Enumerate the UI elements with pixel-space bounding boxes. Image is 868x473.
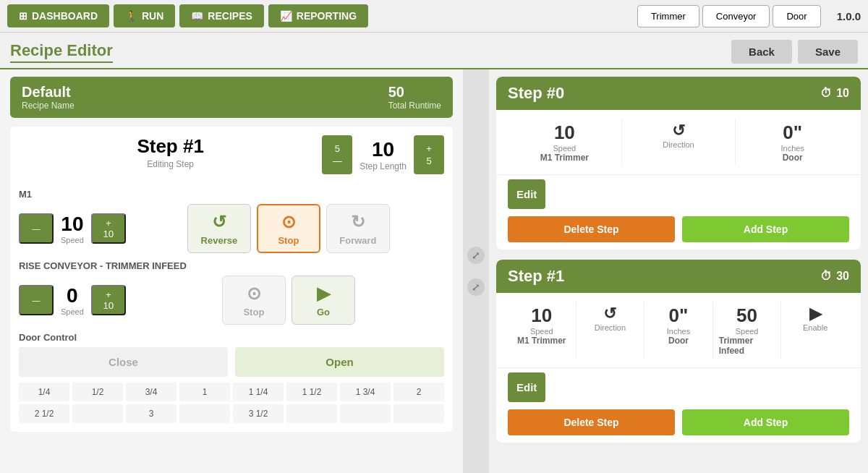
inch-grid: 1/41/23/411 1/41 1/21 3/422 1/233 1/2 [19, 383, 444, 423]
divider-handle-top[interactable]: ⤢ [467, 247, 485, 264]
dashboard-icon: ⊞ [19, 10, 27, 22]
reporting-icon: 📈 [280, 10, 292, 22]
step-0-action-buttons: Delete Step Add Step [496, 209, 861, 250]
step-0-edit-button[interactable]: Edit [508, 179, 545, 209]
conveyor-controls-row: — 0 Speed + 10 ⊙ [19, 276, 444, 325]
recipes-icon: 📖 [191, 10, 203, 22]
step-0-data-row: 10 Speed M1 Trimmer ↺ Direction 0" Inche… [496, 110, 861, 175]
conv-stop-button[interactable]: ⊙ Stop [222, 276, 286, 325]
back-button[interactable]: Back [731, 40, 792, 64]
reporting-button[interactable]: 📈 REPORTING [268, 4, 368, 27]
forward-button[interactable]: ↻ Forward [326, 204, 390, 253]
conv-speed-display: 0 Speed [61, 284, 84, 316]
inch-cell[interactable] [179, 404, 230, 423]
page-title: Recipe Editor [10, 41, 113, 63]
step-length-minus-button[interactable]: 5 — [322, 135, 352, 174]
step-1-speed2-cell: 50 Speed Trimmer Infeed [713, 302, 782, 359]
version-label: 1.0.0 [837, 10, 861, 22]
step-length-value: 10 [359, 138, 407, 161]
tab-group: Trimmer Conveyor Door [637, 5, 821, 27]
inch-cell[interactable]: 2 [393, 383, 444, 401]
m1-section-label: M1 [19, 189, 444, 200]
recipe-info-bar: Default Recipe Name 50 Total Runtime [10, 77, 453, 118]
inch-cell[interactable]: 1 1/4 [233, 383, 284, 401]
m1-speed-plus-button[interactable]: + 10 [91, 213, 126, 244]
step-0-delete-button[interactable]: Delete Step [508, 216, 675, 242]
step-0-add-button[interactable]: Add Step [682, 216, 849, 242]
step-length-row: 5 — 10 Step Length + 5 [322, 135, 444, 174]
top-nav: ⊞ DASHBOARD 🚶 RUN 📖 RECIPES 📈 REPORTING … [0, 0, 868, 33]
m1-speed-minus-button[interactable]: — [19, 213, 54, 244]
door-close-button[interactable]: Close [19, 347, 228, 377]
recipe-name-item: Default Recipe Name [22, 84, 75, 111]
step-card-0: Step #0 ⏱ 10 10 Speed M1 Trimmer ↺ Direc… [496, 77, 861, 250]
recipes-button[interactable]: 📖 RECIPES [179, 4, 263, 27]
reverse-button[interactable]: ↺ Reverse [187, 204, 251, 253]
m1-speed-control: — [19, 213, 54, 244]
inch-cell[interactable]: 3/4 [126, 383, 176, 401]
save-button[interactable]: Save [798, 40, 858, 64]
step-0-direction-cell: ↺ Direction [622, 119, 736, 166]
timer-icon-1: ⏱ [820, 270, 832, 283]
tab-trimmer[interactable]: Trimmer [637, 5, 699, 27]
conveyor-section-label: RISE CONVEYOR - TRIMMER INFEED [19, 260, 444, 271]
inch-cell[interactable]: 1 3/4 [340, 383, 391, 401]
step-card-0-header: Step #0 ⏱ 10 [496, 77, 861, 110]
door-open-button[interactable]: Open [235, 347, 444, 377]
forward-icon: ↻ [351, 212, 365, 232]
step-length-label: Step Length [359, 161, 407, 171]
step-1-enable-icon: ▶ [809, 304, 822, 323]
inch-cell[interactable]: 1 [179, 383, 230, 401]
main-layout: Default Recipe Name 50 Total Runtime Ste… [0, 69, 868, 473]
panel-divider: ⤢ ⤢ [463, 69, 489, 473]
door-section: Door Control Close Open 1/41/23/411 1/41… [19, 332, 444, 423]
step-1-direction-cell: ↺ Direction [576, 302, 645, 359]
stop-button[interactable]: ⊙ Stop [257, 204, 320, 253]
inch-cell[interactable]: 2 1/2 [19, 404, 69, 423]
step-1-direction-icon: ↺ [603, 304, 616, 323]
tab-conveyor[interactable]: Conveyor [702, 5, 770, 27]
conveyor-direction-buttons: ⊙ Stop ▶ Go [133, 276, 444, 325]
step-card-1: Step #1 ⏱ 30 10 Speed M1 Trimmer ↺ Direc… [496, 260, 861, 443]
inch-cell[interactable]: 1/2 [72, 383, 123, 401]
tab-door[interactable]: Door [773, 5, 820, 27]
inch-cell[interactable]: 1/4 [19, 383, 69, 401]
expand-icon: ⤢ [472, 250, 480, 261]
step-0-timer: ⏱ 10 [820, 87, 849, 100]
m1-speed-display: 10 Speed [61, 213, 84, 244]
door-buttons-row: Close Open [19, 347, 444, 377]
editing-step-subtitle: Editing Step [19, 159, 322, 169]
inch-cell[interactable]: 3 [126, 404, 176, 423]
step-1-action-buttons: Delete Step Add Step [496, 402, 861, 443]
inch-cell[interactable] [286, 404, 337, 423]
conv-go-icon: ▶ [317, 284, 330, 304]
step-1-title: Step #1 [508, 267, 564, 286]
step-1-delete-button[interactable]: Delete Step [508, 409, 675, 435]
conv-speed-plus-ctrl: + 10 [91, 285, 126, 315]
step-length-plus-button[interactable]: + 5 [414, 135, 444, 174]
recipe-runtime-label: Total Runtime [388, 101, 441, 111]
conv-speed-minus-button[interactable]: — [19, 285, 54, 315]
editing-step-title: Step #1 [19, 135, 322, 158]
step-1-add-button[interactable]: Add Step [682, 409, 849, 435]
inch-cell[interactable] [340, 404, 391, 423]
right-panel: Step #0 ⏱ 10 10 Speed M1 Trimmer ↺ Direc… [489, 69, 868, 473]
recipe-name-value: Default [22, 84, 75, 101]
divider-handle-bottom[interactable]: ⤢ [467, 278, 485, 296]
run-icon: 🚶 [125, 10, 137, 22]
conv-stop-icon: ⊙ [247, 284, 261, 304]
run-button[interactable]: 🚶 RUN [114, 4, 175, 27]
conv-go-button[interactable]: ▶ Go [292, 276, 355, 325]
m1-speed-plus-control: + 10 [91, 213, 126, 244]
recipe-runtime-value: 50 [388, 84, 441, 101]
inch-cell[interactable] [72, 404, 123, 423]
dashboard-button[interactable]: ⊞ DASHBOARD [7, 4, 109, 27]
step-0-direction-icon: ↺ [672, 122, 685, 140]
step-editor: Step #1 Editing Step 5 — 10 Step Length [10, 127, 453, 432]
inch-cell[interactable] [393, 404, 444, 423]
conv-speed-plus-button[interactable]: + 10 [91, 285, 126, 315]
inch-cell[interactable]: 1 1/2 [286, 383, 337, 401]
inch-cell[interactable]: 3 1/2 [233, 404, 284, 423]
conveyor-section: RISE CONVEYOR - TRIMMER INFEED — 0 Speed… [19, 260, 444, 325]
step-1-edit-button[interactable]: Edit [508, 372, 545, 402]
